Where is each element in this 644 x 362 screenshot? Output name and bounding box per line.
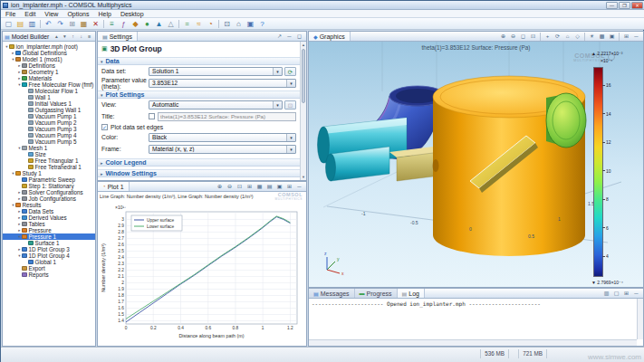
tree-item-pressure[interactable]: ▸Pressure xyxy=(3,227,95,233)
tree-item-free-triangular-1[interactable]: Free Triangular 1 xyxy=(3,157,95,164)
mesh-button[interactable]: △ xyxy=(166,19,177,29)
copy-button[interactable]: ⊞ xyxy=(67,19,78,29)
tree-item-1d-plot-group-3[interactable]: ▸1D Plot Group 3 xyxy=(3,246,95,252)
go-to-default-view-button[interactable]: ⌂ xyxy=(563,33,572,41)
tree-item-free-tetrahedral-1[interactable]: Free Tetrahedral 1 xyxy=(3,164,95,170)
geometry-button[interactable]: ◆ xyxy=(130,19,141,29)
plot-dataset-edges-checkbox[interactable]: ✓ xyxy=(101,124,108,130)
detach-settings-button[interactable]: ↗ xyxy=(275,33,284,41)
menu-options[interactable]: Options xyxy=(62,11,93,17)
tree-item-size[interactable]: Size xyxy=(3,151,95,157)
close-button[interactable]: ✕ xyxy=(631,2,643,9)
clear-log-button[interactable]: ▢ xyxy=(612,290,621,298)
add-study-button[interactable]: ≈ xyxy=(194,19,205,29)
tree-item-results[interactable]: ▾Results xyxy=(3,202,95,208)
tab-settings[interactable]: ▤ Settings xyxy=(98,32,138,41)
tree-item-ion-implanter-mph-root[interactable]: ▾ion_implanter.mph (root) xyxy=(3,43,95,50)
minimize-settings-button[interactable]: ─ xyxy=(285,33,294,41)
tree-item-geometry-1[interactable]: ▸Geometry 1 xyxy=(3,69,95,75)
help-button[interactable]: ? xyxy=(257,19,268,29)
log-horizontal-scrollbar[interactable] xyxy=(309,339,637,346)
tree-item-global-definitions[interactable]: ▸Global Definitions xyxy=(3,50,95,56)
save-log-button[interactable]: ▥ xyxy=(602,290,611,298)
materials-button[interactable]: ● xyxy=(142,19,153,29)
data-set-combo[interactable]: Solution 1 ▾ xyxy=(149,67,283,76)
tab-messages[interactable]: ▤Messages xyxy=(309,289,355,298)
view-combo[interactable]: Automatic ▾ xyxy=(149,100,283,110)
functions-button[interactable]: ƒ xyxy=(119,19,130,29)
minimize-plot-window-button[interactable]: ─ xyxy=(295,183,304,191)
view-along-axis-button[interactable]: ◇ xyxy=(573,33,582,41)
move-up-button[interactable]: ↑ xyxy=(70,33,77,41)
tree-item-vacuum-pump-3[interactable]: Vacuum Pump 3 xyxy=(3,126,95,132)
refresh-solution-button[interactable]: ⟳ xyxy=(284,67,296,76)
minimize-graphics-window-button[interactable]: ─ xyxy=(632,33,641,41)
tree-item-solver-configurations[interactable]: ▸Solver Configurations xyxy=(3,189,95,195)
zoom-out-button[interactable]: ⊖ xyxy=(509,33,518,41)
log-vertical-scrollbar[interactable] xyxy=(637,299,643,339)
results-button[interactable]: ◔ xyxy=(206,19,216,29)
section-window-settings[interactable]: ▸ Window Settings xyxy=(98,169,300,177)
tree-item-mesh-1[interactable]: ▾Mesh 1 xyxy=(3,145,95,151)
tree-item-parametric-sweep[interactable]: Parametric Sweep xyxy=(3,176,95,183)
image-snapshot-button[interactable]: ▣ xyxy=(608,33,617,41)
graphics-canvas[interactable]: -1-0.500.511.5 xyz theta(1)=3.853E12 Sur… xyxy=(309,42,643,287)
delete-button[interactable]: ✕ xyxy=(91,19,101,29)
float-graphics-window-button[interactable]: ⊞ xyxy=(622,33,631,41)
zoom-in-button[interactable]: ⊕ xyxy=(499,33,508,41)
tree-item-1d-plot-group-4[interactable]: ▾1D Plot Group 4 xyxy=(3,252,95,259)
tree-item-step-1-stationary[interactable]: Step 1: Stationary xyxy=(3,183,95,189)
parameter-value-combo[interactable]: 3.853E12 ▾ xyxy=(149,79,296,88)
menu-view[interactable]: View xyxy=(40,11,62,17)
plot-grid-button[interactable]: ▦ xyxy=(255,183,264,191)
tree-item-initial-values-1[interactable]: Initial Values 1 xyxy=(3,100,95,107)
section-data[interactable]: ▾ Data xyxy=(98,57,300,65)
plot-zoom-extents-button[interactable]: ⊡ xyxy=(235,183,245,191)
tree-item-reports[interactable]: Reports xyxy=(3,272,95,278)
expand-all-button[interactable]: ▾ xyxy=(62,33,69,41)
tree-item-global-1[interactable]: Global 1 xyxy=(3,259,95,265)
tree-item-vacuum-pump-5[interactable]: Vacuum Pump 5 xyxy=(3,138,95,145)
transparency-button[interactable]: ▩ xyxy=(598,33,607,41)
tab-log[interactable]: ▤Log xyxy=(398,289,425,298)
plot-zoom-in-button[interactable]: ⊕ xyxy=(216,183,225,191)
undo-button[interactable]: ↶ xyxy=(43,19,54,29)
tree-item-definitions[interactable]: ▸Definitions xyxy=(3,62,95,69)
settings-scrollbar[interactable]: ▲ ▼ xyxy=(300,42,306,180)
minimize-button[interactable]: — xyxy=(606,2,618,9)
tree-item-job-configurations[interactable]: ▸Job Configurations xyxy=(3,195,95,202)
maximize-settings-button[interactable]: ◻ xyxy=(295,33,304,41)
title-checkbox[interactable] xyxy=(149,113,155,119)
section-plot-settings[interactable]: ▾ Plot Settings xyxy=(98,90,300,99)
tree-item-vacuum-pump-2[interactable]: Vacuum Pump 2 xyxy=(3,119,95,126)
redo-button[interactable]: ↷ xyxy=(55,19,66,29)
tree-item-vacuum-pump-1[interactable]: Vacuum Pump 1 xyxy=(3,113,95,119)
parameters-button[interactable]: ≡ xyxy=(107,19,118,29)
desktop-layout-button[interactable]: ▣ xyxy=(245,19,256,29)
tree-item-surface-1[interactable]: Surface 1 xyxy=(3,240,95,246)
color-combo[interactable]: Black ▾ xyxy=(149,133,296,142)
menu-desktop[interactable]: Desktop xyxy=(116,11,149,17)
float-plot-window-button[interactable]: ⊞ xyxy=(285,183,294,191)
tree-item-molecular-flow-1[interactable]: Molecular Flow 1 xyxy=(3,88,95,94)
tree-item-study-1[interactable]: ▾Study 1 xyxy=(3,170,95,176)
new-file-button[interactable]: ▢ xyxy=(4,19,14,29)
plot-axis-limits-button[interactable]: ⊞ xyxy=(245,183,255,191)
pan-button[interactable]: + xyxy=(543,33,553,41)
menu-file[interactable]: File xyxy=(1,11,20,17)
paste-button[interactable]: ▦ xyxy=(79,19,90,29)
tree-item-materials[interactable]: ▸Materials xyxy=(3,75,95,81)
add-physics-button[interactable]: ▲ xyxy=(154,19,165,29)
menu-help[interactable]: Help xyxy=(94,11,116,17)
rotate-button[interactable]: ⟳ xyxy=(553,33,562,41)
tab-graphics[interactable]: ◆ Graphics xyxy=(309,32,351,41)
tab-progress[interactable]: ▬Progress xyxy=(355,289,398,298)
collapse-all-button[interactable]: ▴ xyxy=(53,33,61,41)
model-builder-menu-button[interactable]: ≡ xyxy=(86,33,93,41)
zoom-extents-button[interactable]: ⊡ xyxy=(529,33,538,41)
tree-item-data-sets[interactable]: ▸Data Sets xyxy=(3,208,95,214)
move-down-button[interactable]: ↓ xyxy=(78,33,85,41)
tree-item-tables[interactable]: ▸Tables xyxy=(3,221,95,227)
menu-edit[interactable]: Edit xyxy=(20,11,40,17)
tree-item-outgassing-wall-1[interactable]: Outgassing Wall 1 xyxy=(3,107,95,113)
